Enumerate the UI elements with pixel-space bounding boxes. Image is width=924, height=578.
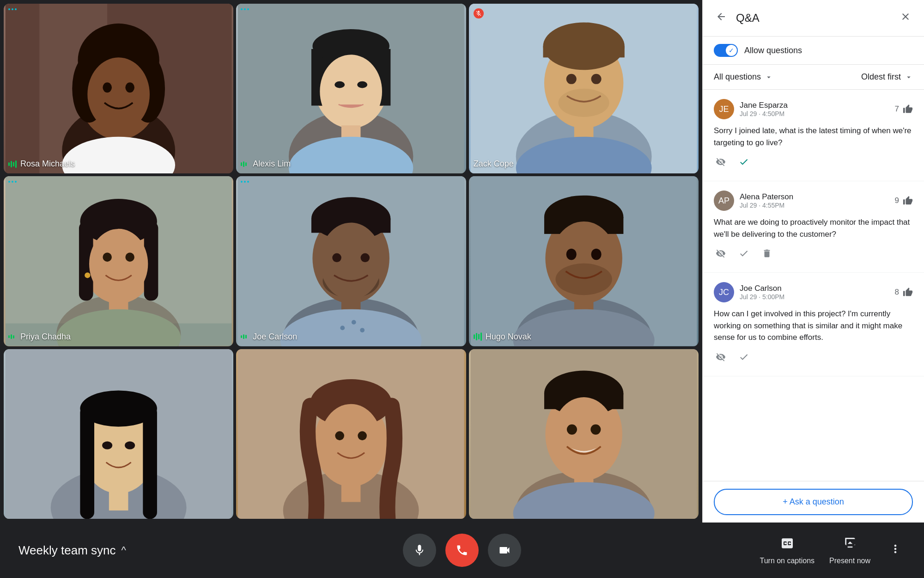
svg-point-95 xyxy=(320,404,383,481)
mic-indicator-joe xyxy=(241,332,250,341)
more-options-rosa[interactable] xyxy=(8,8,17,10)
hide-question-2[interactable] xyxy=(714,246,728,263)
hide-question-1[interactable] xyxy=(714,155,728,172)
participant-name-alexis: Alexis Lim xyxy=(241,159,291,169)
meeting-info-toggle[interactable]: ^ xyxy=(121,544,126,556)
video-grid: Rosa Michaels xyxy=(0,0,702,523)
svg-point-21 xyxy=(320,55,383,128)
all-questions-filter[interactable]: All questions xyxy=(714,72,773,82)
svg-point-96 xyxy=(335,431,345,440)
video-cell-hugo[interactable]: Hugo Novak xyxy=(469,176,699,346)
question-actions-3 xyxy=(714,350,913,367)
participant-name-rosa: Rosa Michaels xyxy=(8,159,75,169)
present-label: Present now xyxy=(829,557,870,565)
svg-rect-89 xyxy=(109,488,128,510)
svg-point-47 xyxy=(85,272,90,278)
svg-point-75 xyxy=(566,249,576,260)
question-text-3: How can I get involved in this project? … xyxy=(714,308,913,344)
question-author-3: Joe Carlson xyxy=(740,284,889,293)
participant-name-priya: Priya Chadha xyxy=(8,332,71,342)
qa-footer: + Ask a question xyxy=(703,481,924,523)
more-options-button[interactable] xyxy=(885,539,906,562)
right-controls: Turn on captions Present now xyxy=(760,536,906,565)
avatar-joe: JC xyxy=(714,282,734,302)
question-likes-2: 9 xyxy=(895,196,913,206)
question-likes-1: 7 xyxy=(895,104,913,114)
avatar-jane: JE xyxy=(714,99,734,119)
allow-questions-toggle[interactable]: ✓ xyxy=(714,44,738,57)
video-cell-p9[interactable] xyxy=(469,349,699,519)
qa-title: Q&A xyxy=(736,12,891,25)
present-control[interactable]: Present now xyxy=(829,536,870,565)
mic-indicator-rosa xyxy=(8,160,18,169)
check-question-1[interactable] xyxy=(737,155,751,172)
question-text-2: What are we doing to proactively monitor… xyxy=(714,216,913,240)
end-call-button[interactable] xyxy=(445,534,479,567)
qa-filters-row: All questions Oldest first xyxy=(703,65,924,90)
svg-point-87 xyxy=(102,441,112,449)
video-cell-zack[interactable]: Zack Cope xyxy=(469,4,699,173)
qa-close-button[interactable] xyxy=(898,9,913,27)
question-author-2: Alena Paterson xyxy=(740,192,889,202)
svg-point-10 xyxy=(125,82,134,92)
bottom-bar: Weekly team sync ^ Turn on xyxy=(0,523,924,578)
ask-question-button[interactable]: + Ask a question xyxy=(714,489,913,515)
mic-indicator-priya xyxy=(8,332,18,341)
hide-question-3[interactable] xyxy=(714,350,728,367)
allow-questions-label: Allow questions xyxy=(744,46,802,55)
svg-point-67 xyxy=(360,328,365,332)
svg-point-97 xyxy=(358,431,367,440)
camera-button[interactable] xyxy=(488,534,521,567)
question-time-3: Jul 29 · 5:00PM xyxy=(740,293,889,301)
delete-question-2[interactable] xyxy=(760,246,774,263)
mic-indicator-hugo xyxy=(474,332,483,341)
svg-point-9 xyxy=(103,82,112,92)
svg-point-34 xyxy=(558,89,609,117)
svg-point-65 xyxy=(340,326,345,331)
qa-header: Q&A xyxy=(703,0,924,37)
check-question-3[interactable] xyxy=(737,350,751,367)
svg-point-45 xyxy=(103,253,112,262)
question-actions-1 xyxy=(714,155,913,172)
captions-label: Turn on captions xyxy=(760,557,815,565)
qa-back-button[interactable] xyxy=(714,9,729,27)
participant-name-hugo: Hugo Novak xyxy=(474,332,531,342)
svg-point-86 xyxy=(80,390,157,426)
question-card-3: JC Joe Carlson Jul 29 · 5:00PM 8 How can… xyxy=(703,273,924,376)
question-actions-2 xyxy=(714,246,913,263)
question-likes-3: 8 xyxy=(895,287,913,297)
svg-point-22 xyxy=(334,81,345,88)
check-question-2[interactable] xyxy=(737,246,751,263)
svg-point-33 xyxy=(591,74,601,84)
question-text-1: Sorry I joined late, what is the latest … xyxy=(714,125,913,148)
allow-questions-row: ✓ Allow questions xyxy=(703,37,924,65)
video-row-3 xyxy=(4,349,699,519)
more-options-alexis[interactable] xyxy=(241,8,249,10)
question-card-1: JE Jane Esparza Jul 29 · 4:50PM 7 Sorry … xyxy=(703,90,924,181)
question-author-1: Jane Esparza xyxy=(740,101,889,110)
meeting-title: Weekly team sync xyxy=(18,543,116,558)
svg-rect-31 xyxy=(543,46,624,57)
center-controls xyxy=(403,534,521,567)
participant-name-joe: Joe Carlson xyxy=(241,332,297,342)
more-options-joe[interactable] xyxy=(241,181,249,183)
captions-control[interactable]: Turn on captions xyxy=(760,536,815,565)
question-time-2: Jul 29 · 4:55PM xyxy=(740,202,889,209)
svg-point-106 xyxy=(567,424,577,435)
svg-point-107 xyxy=(590,424,601,435)
video-cell-joe[interactable]: Joe Carlson xyxy=(236,176,466,346)
svg-rect-98 xyxy=(341,478,361,502)
more-options-priya[interactable] xyxy=(8,181,17,183)
svg-point-77 xyxy=(555,264,612,295)
video-cell-p7[interactable] xyxy=(4,349,233,519)
oldest-first-sort[interactable]: Oldest first xyxy=(861,72,913,82)
video-cell-alexis[interactable]: Alexis Lim xyxy=(236,4,466,173)
video-cell-rosa[interactable]: Rosa Michaels xyxy=(4,4,233,173)
video-cell-p8[interactable] xyxy=(236,349,466,519)
present-icon xyxy=(843,536,857,554)
avatar-alena: AP xyxy=(714,191,734,211)
video-cell-priya[interactable]: Priya Chadha xyxy=(4,176,233,346)
participant-name-zack: Zack Cope xyxy=(474,159,514,169)
mic-button[interactable] xyxy=(403,534,436,567)
svg-point-61 xyxy=(333,253,342,263)
